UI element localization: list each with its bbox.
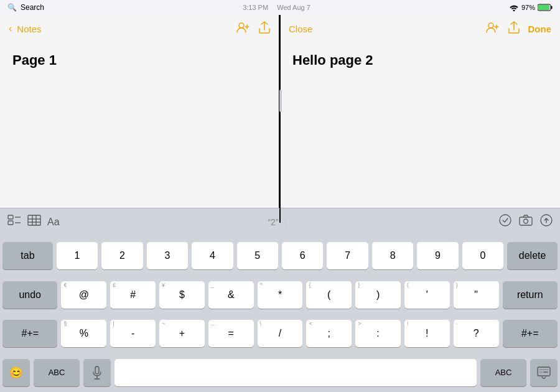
collaborate-icon-right[interactable] xyxy=(486,22,500,36)
checklist-icon[interactable] xyxy=(7,215,21,229)
right-nav-right: Done xyxy=(486,21,552,37)
return-key[interactable]: return xyxy=(503,281,558,309)
back-button[interactable]: Notes xyxy=(17,24,41,34)
keyboard-area: Aa “2” | xyxy=(0,208,560,392)
key-excl[interactable]: !! xyxy=(404,320,450,347)
space-bar[interactable] xyxy=(114,359,477,386)
numpad-toggle-left[interactable]: #+= xyxy=(2,320,58,347)
share-icon-right[interactable] xyxy=(508,21,520,37)
svg-rect-1 xyxy=(551,6,553,9)
right-note-content[interactable]: Hello page 2 xyxy=(280,42,560,208)
key-6[interactable]: 6 xyxy=(282,242,323,269)
arrow-icon[interactable] xyxy=(540,214,553,230)
key-star[interactable]: ^* xyxy=(258,281,303,309)
left-nav-bar: ‹ Notes xyxy=(0,15,279,42)
tab-key[interactable]: tab xyxy=(2,242,53,269)
left-nav-left: ‹ Notes xyxy=(9,23,42,34)
key-hash[interactable]: £# xyxy=(110,281,156,309)
mic-key[interactable] xyxy=(83,359,111,386)
battery-icon xyxy=(538,4,553,11)
key-pct[interactable]: §% xyxy=(61,320,106,347)
status-bar-center: 3:13 PM Wed Aug 7 xyxy=(243,4,310,11)
status-bar: 🔍 Search 3:13 PM Wed Aug 7 97% xyxy=(0,0,560,15)
key-rparen[interactable]: }) xyxy=(355,281,401,309)
pane-right: Close Done xyxy=(280,15,560,208)
split-divider-handle[interactable] xyxy=(279,90,282,112)
toolbar-divider: | xyxy=(284,217,287,227)
undo-key[interactable]: undo xyxy=(2,281,58,309)
svg-rect-2 xyxy=(538,5,549,10)
key-eq[interactable]: …= xyxy=(208,320,254,347)
bottom-row: 😊 ABC ABC xyxy=(2,356,558,390)
keyboard-keys: tab 1 2 3 4 5 6 7 8 9 0 delete undo €@ £… xyxy=(0,235,560,392)
collaborate-icon-left[interactable] xyxy=(236,22,250,36)
key-0[interactable]: 0 xyxy=(462,242,503,269)
split-view: ‹ Notes xyxy=(0,15,560,208)
key-1[interactable]: 1 xyxy=(57,242,98,269)
right-nav-left: Close xyxy=(289,24,312,34)
key-5[interactable]: 5 xyxy=(237,242,278,269)
share-icon-left[interactable] xyxy=(259,21,270,37)
key-quest[interactable]: ·? xyxy=(454,320,499,347)
key-7[interactable]: 7 xyxy=(327,242,368,269)
svg-point-14 xyxy=(500,215,511,226)
number-row: tab 1 2 3 4 5 6 7 8 9 0 delete xyxy=(2,239,558,273)
battery-display: 97% xyxy=(521,4,535,11)
svg-point-4 xyxy=(488,23,493,28)
left-nav-right xyxy=(236,21,270,37)
keyboard-hide-key[interactable] xyxy=(530,359,558,386)
delete-key[interactable]: delete xyxy=(507,242,558,269)
status-bar-right: 97% xyxy=(509,4,553,11)
svg-rect-15 xyxy=(520,217,532,225)
key-colon[interactable]: >: xyxy=(355,320,401,347)
split-divider-line xyxy=(279,15,281,223)
time-display: 3:13 PM xyxy=(243,4,268,11)
search-icon[interactable]: 🔍 xyxy=(7,3,17,12)
key-dash[interactable]: |- xyxy=(110,320,156,347)
toolbar-right xyxy=(499,214,553,230)
left-note-content[interactable]: Page 1 xyxy=(0,42,279,208)
search-label: Search xyxy=(21,3,44,12)
key-semi[interactable]: <; xyxy=(306,320,352,347)
svg-rect-18 xyxy=(95,366,99,374)
abc-key-left[interactable]: ABC xyxy=(34,359,80,386)
key-dquote[interactable]: )" xyxy=(454,281,499,309)
svg-rect-9 xyxy=(28,215,40,225)
svg-point-3 xyxy=(239,23,244,28)
right-note-title: Hello page 2 xyxy=(292,52,548,68)
key-plus[interactable]: ~+ xyxy=(159,320,205,347)
key-8[interactable]: 8 xyxy=(372,242,413,269)
close-button[interactable]: Close xyxy=(289,24,312,34)
format-icon[interactable]: Aa xyxy=(47,217,60,228)
key-9[interactable]: 9 xyxy=(417,242,458,269)
table-icon[interactable] xyxy=(27,215,41,229)
svg-rect-21 xyxy=(538,367,550,376)
key-at[interactable]: €@ xyxy=(61,281,106,309)
key-4[interactable]: 4 xyxy=(192,242,233,269)
camera-icon[interactable] xyxy=(519,215,533,229)
toolbar-quote-label: “2” xyxy=(268,217,278,227)
key-amp[interactable]: _& xyxy=(208,281,254,309)
symbol-row-1: undo €@ £# ¥$ _& ^* {( }) (' )" return xyxy=(2,278,558,312)
left-note-title: Page 1 xyxy=(12,52,266,68)
numpad-toggle-right[interactable]: #+= xyxy=(503,320,558,347)
emoji-key[interactable]: 😊 xyxy=(2,359,30,386)
key-slash[interactable]: \/ xyxy=(258,320,303,347)
tab-label: tab xyxy=(21,251,34,261)
pane-left: ‹ Notes xyxy=(0,15,280,208)
key-2[interactable]: 2 xyxy=(101,242,142,269)
abc-key-right[interactable]: ABC xyxy=(480,359,526,386)
key-dollar[interactable]: ¥$ xyxy=(159,281,205,309)
toolbar-left: Aa xyxy=(7,215,60,229)
done-button[interactable]: Done xyxy=(528,24,552,34)
date-display: Wed Aug 7 xyxy=(277,4,310,11)
check-done-icon[interactable] xyxy=(499,214,511,230)
key-apos[interactable]: (' xyxy=(404,281,450,309)
svg-rect-5 xyxy=(8,215,13,219)
wifi-icon xyxy=(509,4,519,11)
right-nav-bar: Close Done xyxy=(280,15,560,42)
key-3[interactable]: 3 xyxy=(147,242,188,269)
svg-rect-6 xyxy=(8,221,13,225)
key-lparen[interactable]: {( xyxy=(306,281,352,309)
symbol-row-2: #+= §% |- ~+ …= \/ <; >: !! ·? #+= xyxy=(2,317,558,351)
